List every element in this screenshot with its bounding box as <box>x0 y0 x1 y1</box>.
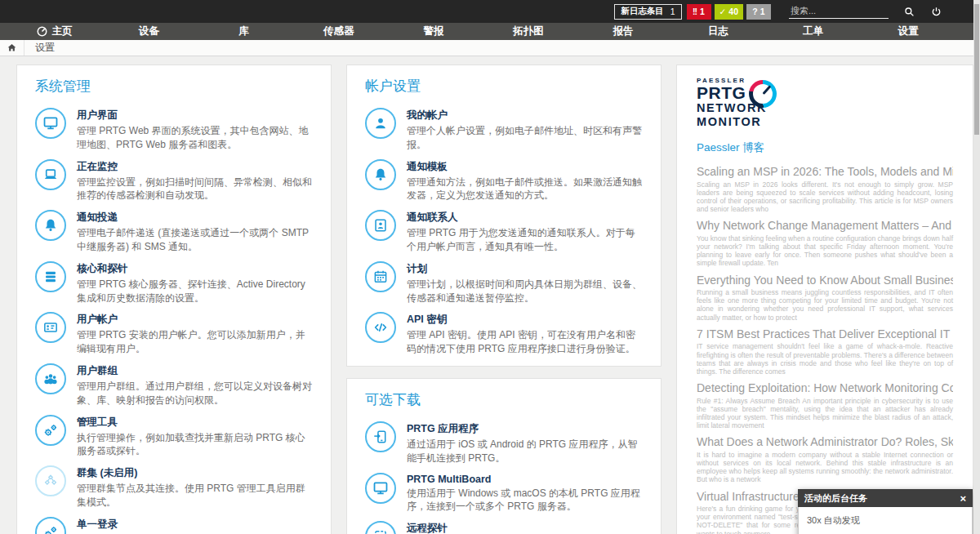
nav-item-home[interactable]: 主页 <box>7 24 101 38</box>
settings-item-administrative-tools[interactable]: 管理工具 执行管理操作，例如加载查找并重新启动 PRTG 核心服务器或探针。 <box>35 414 313 459</box>
search-icon[interactable] <box>903 6 915 18</box>
blog-post-title[interactable]: Why Network Change Management Matters – … <box>697 219 953 233</box>
settings-item-single-sign-on[interactable]: 单一登录 管理单一登录设置，例如提供商和配置端点。 <box>35 516 313 534</box>
badge-count: 40 <box>728 7 738 16</box>
item-description: 管理 PRTG Web 界面的系统设置，其中包含网站、地理地图、PRTG Web… <box>77 124 313 152</box>
blog-post-title[interactable]: What Does a Network Administrator Do? Ro… <box>697 435 953 449</box>
gauge-logo-icon <box>749 80 777 108</box>
blog-post: 7 ITSM Best Practices That Deliver Excep… <box>697 327 953 376</box>
nav-item-tickets[interactable]: 工单 <box>766 24 861 38</box>
new-log-entries-button[interactable]: 新日志条目 1 <box>614 4 681 20</box>
nav-item-reports[interactable]: 报告 <box>576 24 670 38</box>
close-icon[interactable]: × <box>960 493 966 504</box>
blog-post-title[interactable]: Scaling an MSP in 2026: The Tools, Model… <box>697 165 953 179</box>
blog-post: Why Network Change Management Matters – … <box>697 219 953 267</box>
logout-power-icon[interactable] <box>930 6 942 18</box>
scrollbar-thumb[interactable] <box>974 4 979 135</box>
settings-item-user-groups[interactable]: 用户群组 管理用户群组。通过用户群组，您可以定义对设备树对象、库、映射和报告的访… <box>35 363 313 407</box>
settings-item-remote-probes[interactable]: 远程探针 为 PRTG 安装设置远程探针。 <box>365 520 643 534</box>
monitor-icon <box>365 473 396 504</box>
item-title: PRTG MultiBoard <box>407 474 643 485</box>
bell-icon <box>365 159 396 190</box>
logo-network: NETWORK <box>697 101 953 115</box>
section-title-system-admin: 系统管理 <box>35 77 313 96</box>
item-description: 管理计划，以根据时间和周内具体日期为群组、设备、传感器和通知递送暂停监控。 <box>407 278 643 305</box>
settings-item-user-accounts[interactable]: 用户帐户 管理 PRTG 安装的用户帐户。您可以添加新用户，并编辑现有用户。 <box>35 311 313 356</box>
logo-prtg: PRTG <box>697 84 953 101</box>
breadcrumb: 设置 <box>0 40 980 56</box>
settings-item-prtg-apps[interactable]: PRTG 应用程序 通过适用于 iOS 或 Android 的 PRTG 应用程… <box>365 421 643 465</box>
item-title: API 密钥 <box>407 313 643 327</box>
server-stack-icon <box>35 261 66 292</box>
toast-body: 30x 自动发现 <box>798 507 973 534</box>
blog-post-title[interactable]: 7 ITSM Best Practices That Deliver Excep… <box>697 327 953 341</box>
settings-item-notification-contacts[interactable]: 通知联系人 管理 PRTG 用于为您发送通知的通知联系人。对于每个用户帐户而言，… <box>365 209 643 254</box>
settings-item-monitoring[interactable]: 正在监控 管理监控设置，例如扫描时间间隔、异常检测、相似和推荐的传感器检测和自动… <box>35 158 313 203</box>
item-description: 使用适用于 Windows 或 macOS 的本机 PRTG 应用程序，连接到一… <box>407 487 643 514</box>
column-system: 系统管理 用户界面 管理 PRTG Web 界面的系统设置，其中包含网站、地理地… <box>16 65 332 534</box>
card-optional-downloads: 可选下载 PRTG 应用程序 通过适用于 iOS 或 Android 的 PRT… <box>346 378 662 534</box>
badge-unknown[interactable]: ? 1 <box>746 4 771 20</box>
home-icon[interactable] <box>0 40 24 56</box>
badge-alarms[interactable]: !! 1 <box>687 4 711 20</box>
nav-item-maps[interactable]: 拓扑图 <box>481 24 576 38</box>
settings-item-schedules[interactable]: 计划 管理计划，以根据时间和周内具体日期为群组、设备、传感器和通知递送暂停监控。 <box>365 260 643 305</box>
blog-post-title[interactable]: Everything You Need to Know About Small … <box>697 274 953 287</box>
settings-item-notification-templates[interactable]: 通知模板 管理通知方法，例如电子邮件或推送。如果激活通知触发器，定义为您发送通知… <box>365 158 643 203</box>
settings-item-my-account[interactable]: 我的帐户 管理个人帐户设置，例如电子邮件地址、时区和有声警报。 <box>365 107 643 152</box>
blog-post: Everything You Need to Know About Small … <box>697 274 953 322</box>
item-title: 管理工具 <box>77 416 313 429</box>
blog-post-excerpt: You know that sinking feeling when a rou… <box>697 234 953 268</box>
blog-post-excerpt: IT service management shouldn't feel lik… <box>697 342 953 376</box>
item-title: 用户帐户 <box>77 313 313 327</box>
bell-icon <box>35 210 66 241</box>
gears-icon <box>35 517 66 534</box>
item-title: 通知模板 <box>407 160 643 174</box>
settings-item-cluster[interactable]: 群集 (未启用) 管理群集节点及其连接。使用 PRTG 管理工具启用群集模式。 <box>35 465 313 510</box>
settings-item-core-probes[interactable]: 核心和探针 管理 PRTG 核心服务器、探针连接、Active Director… <box>35 260 313 305</box>
nav-item-sensors[interactable]: 传感器 <box>292 24 386 38</box>
badge-up[interactable]: ✓ 40 <box>715 4 744 20</box>
calendar-icon <box>365 261 396 292</box>
search-input[interactable] <box>789 4 889 19</box>
gears-icon <box>35 415 66 446</box>
settings-item-prtg-multiboard[interactable]: PRTG MultiBoard 使用适用于 Windows 或 macOS 的本… <box>365 472 643 514</box>
main-nav: 主页 设备 库 传感器 警报 拓扑图 报告 <box>0 23 980 40</box>
paessler-blog-link[interactable]: Paessler 博客 <box>697 140 953 155</box>
settings-item-api-keys[interactable]: API 密钥 管理 API 密钥。使用 API 密钥，可在没有用户名和密码的情况… <box>365 311 643 356</box>
item-description: 管理监控设置，例如扫描时间间隔、异常检测、相似和推荐的传感器检测和自动发现。 <box>77 176 313 203</box>
item-title: 正在监控 <box>77 160 313 174</box>
item-title: 通知联系人 <box>407 211 643 225</box>
blog-post-excerpt: Rule #1: Always Assume Breach An importa… <box>697 397 953 430</box>
mobile-icon <box>365 421 396 452</box>
badge-count: 1 <box>700 7 705 16</box>
blog-post-excerpt: Scaling an MSP in 2026 looks different. … <box>697 180 953 214</box>
nav-item-devices[interactable]: 设备 <box>101 24 196 38</box>
gauge-icon <box>36 25 48 38</box>
item-description: 管理群集节点及其连接。使用 PRTG 管理工具启用群集模式。 <box>77 482 313 510</box>
blog-post: Scaling an MSP in 2026: The Tools, Model… <box>697 165 953 213</box>
id-card-icon <box>35 312 66 343</box>
item-title: 我的帐户 <box>407 109 643 122</box>
item-description: 管理 PRTG 用于为您发送通知的通知联系人。对于每个用户帐户而言，通知具有唯一… <box>407 226 643 254</box>
item-description: 执行管理操作，例如加载查找并重新启动 PRTG 核心服务器或探针。 <box>77 431 313 459</box>
nav-item-setup[interactable]: 设置 <box>861 24 956 38</box>
logo-monitor: MONITOR <box>697 115 953 129</box>
badge-symbol: !! <box>693 7 697 16</box>
nav-item-libraries[interactable]: 库 <box>196 24 291 38</box>
new-log-label: 新日志条目 <box>621 6 664 17</box>
blog-post-title[interactable]: Detecting Exploitation: How Network Moni… <box>697 381 953 395</box>
item-description: 管理 API 密钥。使用 API 密钥，可在没有用户名和密码的情况下使用 PRT… <box>407 328 643 356</box>
badge-symbol: ? <box>752 7 756 16</box>
scrollbar[interactable] <box>973 0 980 534</box>
top-bar: 新日志条目 1 !! 1 ✓ 40 ? 1 <box>0 0 980 23</box>
laptop-icon <box>35 159 66 190</box>
settings-item-user-interface[interactable]: 用户界面 管理 PRTG Web 界面的系统设置，其中包含网站、地理地图、PRT… <box>35 107 313 152</box>
item-title: 计划 <box>407 262 643 276</box>
nav-item-alarms[interactable]: 警报 <box>386 24 481 38</box>
nav-item-logs[interactable]: 日志 <box>670 24 765 38</box>
section-title-account-settings: 帐户设置 <box>365 77 643 96</box>
monitor-icon <box>35 108 66 139</box>
settings-item-notification-delivery[interactable]: 通知投递 管理电子邮件递送 (直接递送或通过一个或两个 SMTP 中继服务器) … <box>35 209 313 254</box>
main-content: 系统管理 用户界面 管理 PRTG Web 界面的系统设置，其中包含网站、地理地… <box>0 56 980 534</box>
